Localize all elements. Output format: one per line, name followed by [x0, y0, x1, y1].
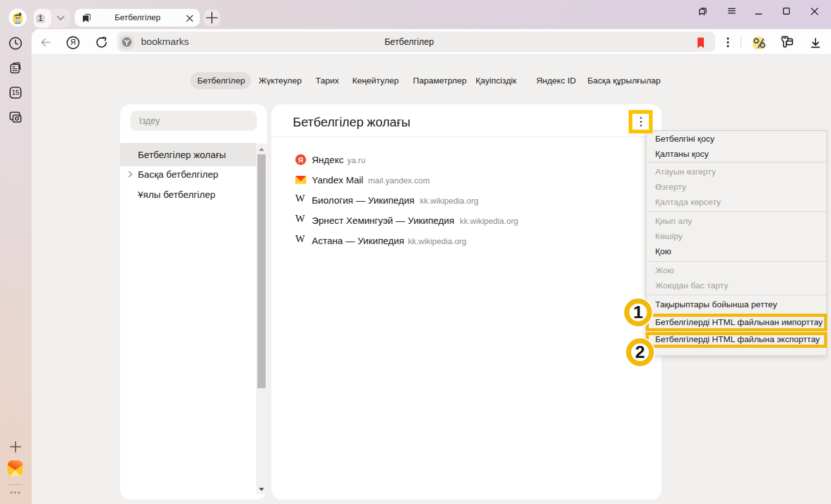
svg-text:Я: Я	[299, 156, 304, 164]
